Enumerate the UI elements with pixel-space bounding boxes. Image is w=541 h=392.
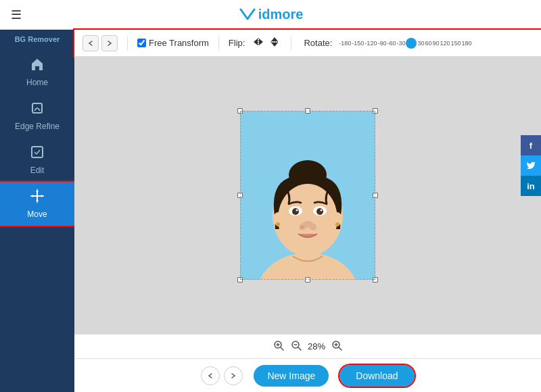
flip-label: Flip:	[229, 38, 245, 48]
svg-point-19	[301, 226, 304, 228]
svg-point-18	[310, 224, 316, 230]
svg-rect-1	[32, 147, 43, 157]
rotate-thumb[interactable]	[406, 38, 417, 49]
sidebar-brand: BG Remover	[12, 35, 63, 43]
zoom-value: 28%	[308, 341, 325, 351]
rotate-control: -180 -150 -120 -90 -60 -30 30 60 90 120 …	[339, 38, 533, 49]
zoom-bar: 28%	[74, 334, 541, 358]
logo: idmore	[238, 7, 304, 22]
facebook-button[interactable]: f	[521, 135, 541, 155]
transform-handle-bl[interactable]	[237, 277, 243, 283]
zoom-fit-icon[interactable]	[273, 339, 285, 354]
new-image-button[interactable]: New Image	[254, 365, 329, 387]
download-button[interactable]: Download	[339, 365, 414, 387]
flip-buttons	[252, 36, 281, 50]
sidebar-move-label: Move	[27, 210, 47, 219]
svg-point-9	[278, 184, 337, 254]
logo-text: idmore	[258, 7, 304, 22]
transform-handle-bm[interactable]	[305, 277, 310, 283]
flip-vertical-btn[interactable]	[268, 36, 281, 50]
free-transform-checkbox[interactable]	[137, 39, 146, 47]
content-area: Free Transform Flip: Rotate: -180 -150 -…	[74, 30, 541, 392]
sidebar-item-edit[interactable]: Edit	[0, 138, 74, 182]
sidebar-home-label: Home	[26, 78, 48, 87]
menu-icon[interactable]: ☰	[11, 7, 22, 22]
sidebar-item-move[interactable]: Move	[0, 182, 74, 226]
prev-button[interactable]	[201, 366, 220, 385]
linkedin-button[interactable]: in	[521, 176, 541, 196]
toolbar-forward-btn[interactable]	[101, 35, 118, 51]
transform-handle-tr[interactable]	[373, 108, 378, 114]
rotate-label: Rotate:	[304, 38, 332, 48]
nav-arrows	[201, 366, 243, 385]
left-sidebar: BG Remover Home Edge Refine Edit	[0, 30, 74, 392]
flip-horizontal-btn[interactable]	[252, 36, 265, 50]
main-layout: BG Remover Home Edge Refine Edit	[0, 30, 541, 392]
social-sidebar: f in	[521, 135, 541, 196]
image-container[interactable]	[240, 111, 375, 280]
svg-point-14	[296, 210, 298, 212]
svg-point-12	[292, 208, 299, 215]
transform-handle-tm[interactable]	[305, 108, 310, 114]
canvas-area	[74, 57, 541, 334]
toolbar-sep-2	[218, 36, 219, 50]
svg-line-32	[339, 347, 342, 350]
sidebar-edge-refine-label: Edge Refine	[15, 122, 60, 131]
transform-handle-tl[interactable]	[237, 108, 243, 114]
transform-handle-br[interactable]	[373, 277, 378, 283]
svg-point-23	[335, 222, 339, 226]
svg-point-15	[321, 210, 323, 212]
zoom-out-icon[interactable]	[290, 339, 302, 354]
sidebar-item-home[interactable]: Home	[0, 50, 74, 94]
svg-line-25	[281, 347, 283, 350]
svg-point-13	[316, 208, 323, 215]
zoom-in-icon[interactable]	[331, 339, 343, 354]
twitter-button[interactable]	[521, 155, 541, 176]
edit-icon	[30, 145, 45, 163]
edge-refine-icon	[30, 101, 45, 119]
rotate-thumb-wrap	[406, 38, 417, 49]
free-transform-label: Free Transform	[149, 38, 209, 48]
toolbar-sep-1	[127, 36, 128, 50]
toolbar-sep-3	[291, 36, 291, 50]
action-bar: New Image Download	[74, 358, 541, 392]
toolbar: Free Transform Flip: Rotate: -180 -150 -…	[74, 30, 541, 57]
rotate-scale: -180 -150 -120 -90 -60 -30 30 60 90 120 …	[339, 38, 471, 49]
svg-line-29	[298, 347, 301, 350]
toolbar-back-btn[interactable]	[83, 35, 99, 51]
portrait-image	[240, 111, 375, 280]
header: ☰ idmore	[0, 0, 541, 30]
transform-handle-ml[interactable]	[237, 193, 243, 198]
toolbar-nav	[83, 35, 118, 51]
next-button[interactable]	[224, 366, 243, 385]
home-icon	[30, 57, 45, 75]
sidebar-edit-label: Edit	[30, 166, 45, 175]
sidebar-item-edge-refine[interactable]: Edge Refine	[0, 94, 74, 138]
svg-point-22	[276, 222, 280, 226]
twitter-icon	[526, 161, 536, 170]
transform-handle-mr[interactable]	[373, 193, 378, 198]
free-transform-toggle[interactable]: Free Transform	[137, 38, 209, 48]
logo-v-icon	[238, 8, 257, 22]
move-icon	[30, 189, 45, 207]
